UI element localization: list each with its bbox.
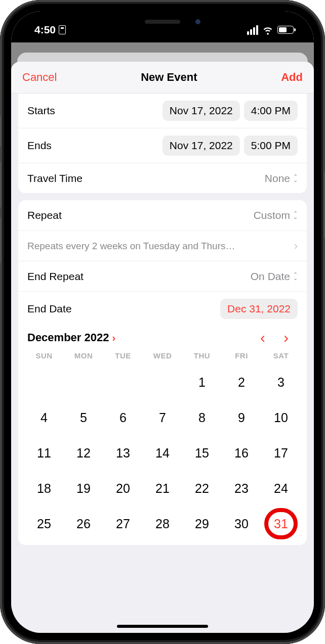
day-cell[interactable]: 13 <box>103 441 143 465</box>
weekday-label: TUE <box>103 351 143 360</box>
day-cell[interactable]: 8 <box>182 405 222 430</box>
day-cell-empty <box>64 370 103 394</box>
day-cell[interactable]: 12 <box>64 441 103 465</box>
end-repeat-value: On Date <box>251 270 290 283</box>
day-cell[interactable]: 11 <box>24 441 64 465</box>
weekday-label: THU <box>182 351 222 360</box>
day-cell[interactable]: 30 <box>222 512 261 536</box>
camera-dot <box>195 19 200 24</box>
weekday-label: SUN <box>24 351 64 360</box>
day-cell[interactable]: 4 <box>24 405 64 430</box>
day-cell-empty <box>143 370 182 394</box>
weekday-header: SUNMONTUEWEDTHUFRISAT <box>18 351 307 364</box>
day-cell[interactable]: 20 <box>103 476 143 500</box>
day-cell[interactable]: 17 <box>261 441 301 465</box>
ends-time-picker[interactable]: 5:00 PM <box>244 135 298 156</box>
day-cell[interactable]: 18 <box>24 476 64 500</box>
day-cell[interactable]: 22 <box>182 476 222 500</box>
side-button <box>0 162 1 207</box>
time-group: Starts Nov 17, 2022 4:00 PM Ends Nov 17,… <box>18 94 307 193</box>
end-date-row[interactable]: End Date Dec 31, 2022 <box>18 291 307 326</box>
day-cell[interactable]: 19 <box>64 476 103 500</box>
day-cell-empty <box>103 370 143 394</box>
calendar-grid: 1234567891011121314151617181920212223242… <box>18 364 307 545</box>
ends-label: Ends <box>27 140 52 152</box>
end-date-value[interactable]: Dec 31, 2022 <box>220 299 298 319</box>
phone-frame: 4:50 Cancel New Event Add <box>0 0 325 644</box>
end-repeat-label: End Repeat <box>27 270 84 283</box>
travel-time-value: None <box>265 172 290 185</box>
day-cell[interactable]: 6 <box>103 405 143 430</box>
day-cell[interactable]: 2 <box>222 370 261 394</box>
end-repeat-row[interactable]: End Repeat On Date ⌃⌄ <box>18 261 307 291</box>
repeat-label: Repeat <box>27 209 62 221</box>
prev-month-button[interactable]: ‹ <box>251 329 274 346</box>
calendar-header: December 2022 › ‹ › <box>18 326 307 351</box>
add-button[interactable]: Add <box>281 71 303 84</box>
repeat-summary: Repeats every 2 weeks on Tuesday and Thu… <box>27 241 235 252</box>
updown-icon: ⌃⌄ <box>293 175 298 182</box>
nav-bar: Cancel New Event Add <box>11 62 314 94</box>
orientation-lock-icon <box>59 25 66 34</box>
day-cell[interactable]: 24 <box>261 476 301 500</box>
day-cell[interactable]: 25 <box>24 512 64 536</box>
day-cell[interactable]: 15 <box>182 441 222 465</box>
home-indicator[interactable] <box>117 625 208 628</box>
annotation-highlight <box>264 508 298 539</box>
travel-time-label: Travel Time <box>27 172 83 185</box>
day-cell[interactable]: 27 <box>103 512 143 536</box>
updown-icon: ⌃⌄ <box>293 212 298 219</box>
day-cell[interactable]: 31 <box>261 512 301 536</box>
day-cell[interactable]: 16 <box>222 441 261 465</box>
repeat-summary-row[interactable]: Repeats every 2 weeks on Tuesday and Thu… <box>18 231 307 261</box>
starts-date-picker[interactable]: Nov 17, 2022 <box>162 101 240 121</box>
day-cell[interactable]: 7 <box>143 405 182 430</box>
starts-row: Starts Nov 17, 2022 4:00 PM <box>18 94 307 128</box>
day-cell-empty <box>24 370 64 394</box>
day-cell[interactable]: 21 <box>143 476 182 500</box>
wifi-icon <box>262 24 273 35</box>
repeat-group: Repeat Custom ⌃⌄ Repeats every 2 weeks o… <box>18 200 307 545</box>
month-label[interactable]: December 2022 <box>27 331 109 344</box>
chevron-right-icon: › <box>294 240 298 253</box>
notch <box>89 11 236 32</box>
side-button <box>0 116 1 147</box>
end-date-label: End Date <box>27 303 72 315</box>
day-cell[interactable]: 29 <box>182 512 222 536</box>
cell-signal-icon <box>247 25 258 35</box>
starts-time-picker[interactable]: 4:00 PM <box>244 101 298 121</box>
day-cell[interactable]: 1 <box>182 370 222 394</box>
new-event-sheet: Cancel New Event Add Starts Nov 17, 2022… <box>11 62 314 633</box>
starts-label: Starts <box>27 105 55 117</box>
side-button <box>0 217 1 263</box>
day-cell[interactable]: 3 <box>261 370 301 394</box>
repeat-row[interactable]: Repeat Custom ⌃⌄ <box>18 200 307 231</box>
chevron-right-icon: › <box>112 332 115 344</box>
day-cell[interactable]: 14 <box>143 441 182 465</box>
updown-icon: ⌃⌄ <box>293 273 298 280</box>
battery-icon <box>277 26 294 34</box>
status-time: 4:50 <box>34 24 56 36</box>
weekday-label: FRI <box>222 351 261 360</box>
day-cell[interactable]: 26 <box>64 512 103 536</box>
weekday-label: WED <box>143 351 182 360</box>
weekday-label: SAT <box>261 351 301 360</box>
repeat-value: Custom <box>254 209 290 221</box>
travel-time-row[interactable]: Travel Time None ⌃⌄ <box>18 163 307 193</box>
day-cell[interactable]: 9 <box>222 405 261 430</box>
day-cell[interactable]: 10 <box>261 405 301 430</box>
sheet-title: New Event <box>141 71 197 84</box>
next-month-button[interactable]: › <box>274 329 298 346</box>
weekday-label: MON <box>64 351 103 360</box>
cancel-button[interactable]: Cancel <box>22 71 57 84</box>
ends-row: Ends Nov 17, 2022 5:00 PM <box>18 128 307 163</box>
ends-date-picker[interactable]: Nov 17, 2022 <box>162 135 240 156</box>
day-cell[interactable]: 5 <box>64 405 103 430</box>
day-cell[interactable]: 23 <box>222 476 261 500</box>
day-cell[interactable]: 28 <box>143 512 182 536</box>
